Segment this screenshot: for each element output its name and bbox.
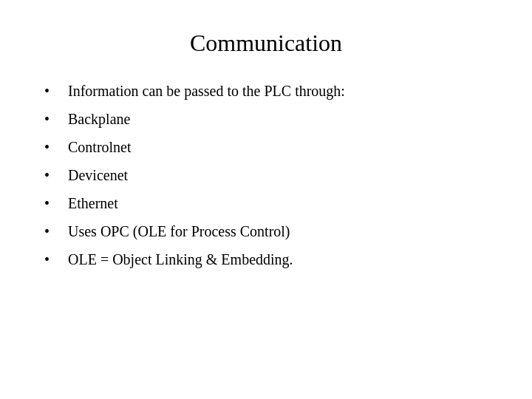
list-item: • Backplane [44,109,488,129]
item-text: Devicenet [68,165,488,185]
bullet-icon: • [44,109,62,129]
bullet-icon: • [44,81,62,101]
list-item: • Controlnet [44,137,488,157]
list-item: • Information can be passed to the PLC t… [44,81,488,101]
list-item: • Devicenet [44,165,488,185]
item-text: OLE = Object Linking & Embedding. [68,249,488,270]
item-text: Uses OPC (OLE for Process Control) [68,221,488,242]
item-text: Backplane [68,109,488,129]
bullet-icon: • [44,221,62,242]
item-text: Ethernet [68,193,488,214]
bullet-icon: • [44,165,62,185]
content-list: • Information can be passed to the PLC t… [44,81,488,277]
item-text: Information can be passed to the PLC thr… [68,81,488,101]
slide: Communication • Information can be passe… [0,0,532,399]
slide-title: Communication [44,30,488,57]
item-text: Controlnet [68,137,488,157]
bullet-icon: • [44,193,62,214]
list-item: • Ethernet [44,193,488,214]
bullet-icon: • [44,249,62,270]
bullet-icon: • [44,137,62,157]
list-item: • Uses OPC (OLE for Process Control) [44,221,488,242]
list-item: • OLE = Object Linking & Embedding. [44,249,488,270]
